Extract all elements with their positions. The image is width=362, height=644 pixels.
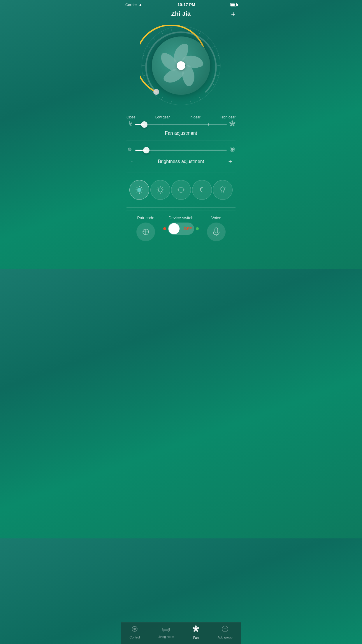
svg-point-34 (229, 122, 232, 124)
svg-line-15 (161, 97, 163, 100)
brightness-controls: - Brightness adjustment + (126, 156, 236, 167)
voice-label: Voice (211, 216, 221, 220)
svg-point-57 (178, 187, 184, 192)
svg-line-47 (137, 192, 138, 192)
brightness-icon-low (126, 146, 133, 154)
light-mode-btn-full[interactable] (129, 180, 149, 200)
svg-point-48 (158, 188, 162, 192)
toggle-indicator-red (163, 227, 166, 230)
light-mode-btn-bulb[interactable] (213, 180, 233, 200)
device-switch-item: Device switch OFF (163, 216, 199, 235)
light-mode-btn-warm[interactable] (150, 180, 170, 200)
fan-inner-circle (152, 36, 210, 95)
bottom-controls: Pair code Device switch (126, 211, 236, 246)
fan-slider-section: Close Low gear In gear High gear (126, 112, 236, 138)
toggle-indicator-green (196, 227, 199, 230)
label-in-gear: In gear (189, 115, 200, 119)
status-bar: Carrier ▲ 10:17 PM (121, 0, 241, 8)
svg-point-62 (221, 187, 225, 191)
svg-line-17 (147, 84, 150, 85)
light-mode-btn-dim[interactable] (171, 180, 191, 200)
svg-line-20 (143, 55, 146, 56)
carrier-label: Carrier (125, 3, 137, 7)
svg-line-56 (158, 192, 159, 192)
svg-line-18 (143, 75, 146, 76)
fan-blades (162, 47, 200, 85)
fan-dial[interactable] (140, 25, 222, 106)
brightness-icon-high (229, 146, 236, 154)
svg-line-54 (162, 192, 163, 192)
battery-fill (231, 4, 235, 6)
svg-point-26 (129, 121, 130, 123)
device-switch-toggle[interactable]: OFF (168, 223, 194, 235)
brightness-decrease-button[interactable]: - (126, 156, 137, 167)
svg-line-55 (162, 187, 163, 188)
pair-code-label: Pair code (137, 216, 154, 220)
status-left: Carrier ▲ (125, 2, 143, 7)
label-close: Close (126, 115, 136, 119)
status-right (230, 3, 237, 6)
svg-point-37 (231, 148, 234, 151)
fan-dial-area (121, 22, 241, 112)
svg-line-12 (190, 101, 191, 104)
svg-line-24 (171, 28, 172, 31)
pair-code-button[interactable] (136, 223, 155, 241)
divider-3 (126, 207, 236, 208)
fan-slider-track-container (126, 120, 236, 128)
brightness-section: - Brightness adjustment + (126, 144, 236, 169)
divider-2 (126, 172, 236, 172)
svg-point-39 (137, 188, 141, 192)
svg-line-44 (137, 187, 138, 188)
svg-line-3 (199, 32, 201, 34)
fan-slider-labels: Close Low gear In gear High gear (126, 115, 236, 119)
svg-rect-63 (222, 191, 224, 192)
tick-3 (208, 123, 209, 126)
light-mode-btn-night[interactable] (192, 180, 212, 200)
svg-rect-72 (215, 228, 218, 233)
svg-line-23 (161, 32, 163, 34)
svg-line-4 (207, 38, 209, 40)
pair-code-item: Pair code (136, 216, 155, 241)
fan-slider-track[interactable] (135, 124, 227, 125)
brightness-slider-thumb[interactable] (143, 147, 150, 153)
svg-line-6 (216, 55, 219, 56)
device-switch-toggle-container: OFF (163, 223, 199, 235)
divider-1 (126, 141, 236, 141)
label-high-gear: High gear (220, 115, 236, 119)
tick-2 (186, 123, 186, 126)
brightness-slider-track[interactable] (135, 150, 227, 151)
fan-icon-right (229, 120, 236, 128)
fan-slider-thumb[interactable] (141, 121, 147, 128)
fan-center-hub (177, 61, 185, 70)
voice-button[interactable] (207, 223, 226, 241)
svg-point-31 (233, 122, 236, 124)
fan-adjustment-label: Fan adjustment (126, 131, 236, 136)
svg-line-11 (199, 97, 201, 100)
light-modes-section (126, 175, 236, 204)
svg-line-10 (207, 91, 209, 93)
svg-point-36 (129, 148, 131, 150)
voice-item: Voice (207, 216, 226, 241)
page-title: Zhi Jia (171, 10, 191, 17)
svg-line-68 (225, 187, 226, 188)
svg-line-46 (141, 187, 142, 188)
arc-knob[interactable] (153, 89, 159, 95)
tick-1 (163, 123, 163, 126)
wifi-icon: ▲ (138, 2, 143, 7)
label-low-gear: Low gear (155, 115, 170, 119)
svg-line-53 (158, 187, 159, 188)
svg-line-45 (141, 192, 142, 192)
svg-line-22 (153, 38, 155, 40)
svg-line-5 (212, 46, 215, 48)
toggle-off-text: OFF (184, 226, 192, 231)
svg-line-9 (212, 84, 215, 85)
battery-icon (230, 3, 237, 6)
add-button[interactable]: + (231, 10, 236, 18)
svg-line-2 (190, 28, 191, 31)
svg-line-67 (220, 187, 220, 188)
header: Zhi Jia + (121, 8, 241, 22)
toggle-thumb (168, 223, 180, 234)
svg-point-29 (231, 123, 233, 125)
brightness-increase-button[interactable]: + (225, 156, 236, 167)
device-switch-label: Device switch (168, 216, 194, 220)
